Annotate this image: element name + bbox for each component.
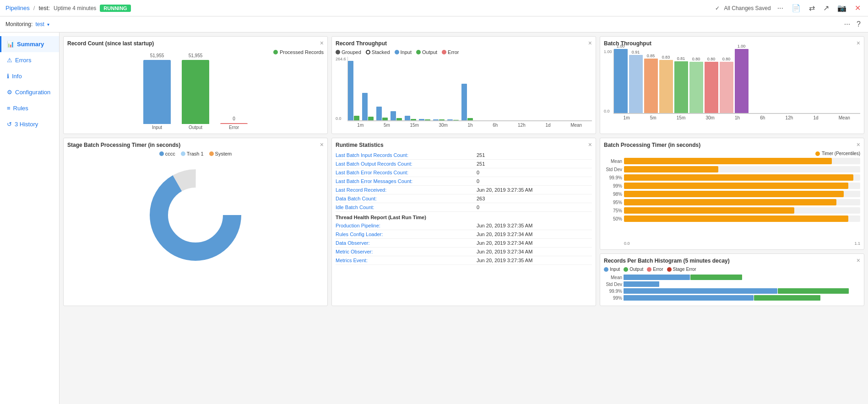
help-icon-button[interactable]: ? — [855, 19, 863, 29]
bpt-fill-50 — [624, 215, 848, 222]
tg-15m — [376, 107, 388, 120]
record-count-chart: Processed Records 51,955 Input 51,955 Ou… — [67, 49, 324, 130]
more-options-button[interactable]: ··· — [776, 3, 785, 13]
runtime-value-6: 0 — [477, 205, 479, 210]
bpt-bar-mean — [624, 158, 860, 164]
bpt-row-99: 99% — [604, 183, 860, 189]
breadcrumb-sep: / — [33, 5, 35, 11]
rpb-999-input — [624, 288, 777, 294]
rpb-999-output — [778, 288, 849, 294]
sidebar-item-summary[interactable]: 📊 Summary — [0, 36, 59, 52]
bx-1h: 1h — [735, 115, 740, 120]
sidebar-item-rules[interactable]: ≡ Rules — [0, 100, 59, 116]
bpt-label-75: 75% — [604, 208, 622, 213]
x-12h: 12h — [518, 123, 526, 128]
runtime-label-3: Last Batch Error Messages Count: — [336, 178, 477, 184]
record-count-title: Record Count (since last startup) — [67, 40, 324, 47]
legend-output: Output — [416, 49, 437, 55]
rpb-row-stddev: Std Dev — [604, 281, 860, 287]
rpb-close[interactable]: × — [857, 257, 860, 264]
sidebar-item-errors[interactable]: ⚠ Errors — [0, 52, 59, 68]
batch-bar-6h-fill — [689, 62, 703, 113]
batch-bar-1h: 0.81 — [674, 56, 688, 113]
bpt-legend-label: Timer (Percentiles) — [822, 151, 860, 156]
batch-y-min: 0.0 — [604, 109, 612, 113]
rpb-row-mean: Mean — [604, 275, 860, 280]
document-icon-button[interactable]: 📄 — [790, 3, 803, 13]
bx-mean: Mean — [839, 115, 850, 120]
sidebar-item-configuration[interactable]: ⚙ Configuration — [0, 84, 59, 100]
breadcrumb-pipelines[interactable]: Pipelines — [5, 5, 30, 11]
record-count-bars: 51,955 Input 51,955 Output 0 Erro — [67, 57, 324, 130]
donut-chart — [145, 165, 246, 265]
bpt-label-95: 95% — [604, 200, 622, 205]
thread-value-2: Jun 20, 2019 3:27:34 AM — [477, 240, 532, 246]
sidebar-item-history[interactable]: ↺ 3 History — [0, 116, 59, 132]
rpb-label-stddev: Std Dev — [604, 282, 622, 287]
runtime-value-5: 263 — [477, 196, 485, 201]
runtime-row-0: Last Batch Input Records Count: 251 — [336, 151, 592, 160]
stage-batch-timer-close[interactable]: × — [320, 141, 324, 148]
rpb-input-label: Input — [610, 267, 620, 272]
thread-label-4: Metrics Event: — [336, 258, 477, 263]
rpb-error-label: Error — [653, 267, 663, 272]
legend-system: System — [209, 151, 232, 156]
monitoring-pipeline[interactable]: test — [35, 21, 44, 27]
system-dot — [209, 151, 214, 156]
sidebar-item-rules-label: Rules — [13, 105, 28, 112]
th-bar-6h-input — [419, 119, 424, 120]
bpt-row-mean: Mean — [604, 158, 860, 164]
sidebar-item-info[interactable]: ℹ Info — [0, 68, 59, 84]
record-throughput-close[interactable]: × — [588, 39, 592, 47]
monitoring-caret-icon[interactable]: ▾ — [47, 22, 49, 27]
rpb-legend: Input Output Error Stage Error — [604, 267, 860, 272]
th-bar-15m-input — [376, 107, 382, 120]
runtime-label-5: Data Batch Count: — [336, 196, 477, 201]
main-layout: 📊 Summary ⚠ Errors ℹ Info ⚙ Configuratio… — [0, 32, 868, 404]
thread-label-3: Metric Observer: — [336, 249, 477, 254]
camera-icon-button[interactable]: 📷 — [835, 3, 848, 13]
x-6h: 6h — [493, 123, 498, 128]
bpt-label-999: 99.9% — [604, 175, 622, 180]
rpb-bars-mean — [624, 275, 860, 280]
legend-input: Input — [395, 49, 412, 55]
batch-throughput-close[interactable]: × — [857, 39, 860, 47]
bpt-bar-999 — [624, 174, 860, 181]
runtime-stats-title: Runtime Statistics — [336, 142, 592, 148]
batch-bar-6h: 0.80 — [689, 57, 703, 113]
record-count-close[interactable]: × — [320, 39, 324, 47]
thread-label-2: Data Observer: — [336, 240, 477, 246]
th-bar-1d-input — [447, 119, 453, 120]
processed-records-dot — [273, 50, 278, 54]
bpt-row-50: 50% — [604, 215, 860, 222]
stage-batch-timer-panel: Stage Batch Processing Timer (in seconds… — [63, 138, 328, 306]
thread-row-2: Data Observer: Jun 20, 2019 3:27:34 AM — [336, 239, 592, 248]
rpb-input-dot — [604, 267, 608, 272]
shuffle-icon-button[interactable]: ⇄ — [807, 3, 817, 13]
bpt-close[interactable]: × — [857, 141, 860, 148]
runtime-stats-close[interactable]: × — [588, 141, 592, 148]
share-icon-button[interactable]: ↗ — [821, 3, 831, 13]
sidebar-item-info-label: Info — [12, 73, 22, 80]
bpt-bar-50 — [624, 215, 860, 222]
rpb-stage-error-dot — [667, 267, 672, 272]
cccc-label: cccc — [165, 151, 175, 156]
batch-bar-1d-fill — [720, 62, 733, 113]
legend-stacked: Stacked — [366, 49, 390, 55]
close-button[interactable]: ✕ — [853, 3, 863, 13]
thread-row-4: Metrics Event: Jun 20, 2019 3:27:35 AM — [336, 256, 592, 265]
top-bar-left: Pipelines / test: Uptime 4 minutes RUNNI… — [5, 5, 131, 12]
more-options-button-2[interactable]: ··· — [842, 19, 852, 29]
bpt-fill-999 — [624, 174, 853, 181]
tg-1m — [348, 61, 359, 120]
bar-group-output: 51,955 Output — [182, 53, 209, 130]
rpb-stage-error-label: Stage Error — [673, 267, 696, 272]
thread-label-0: Production Pipeline: — [336, 223, 477, 228]
bx-5m: 5m — [650, 115, 656, 120]
rpb-label-mean: Mean — [604, 275, 622, 280]
bottom-right-col: Batch Processing Timer (in seconds) × Ti… — [600, 138, 864, 306]
grouped-label: Grouped — [342, 49, 361, 55]
tg-12h — [433, 119, 445, 120]
uptime-label: Uptime 4 minutes — [54, 5, 96, 11]
batch-processing-timer-panel: Batch Processing Timer (in seconds) × Ti… — [600, 138, 864, 250]
